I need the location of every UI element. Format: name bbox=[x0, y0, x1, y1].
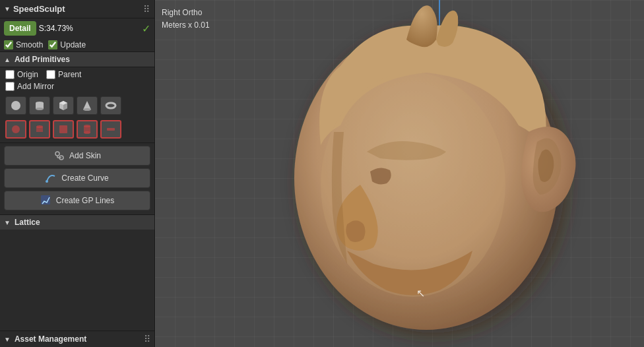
add-primitives-section[interactable]: ▲ Add Primitives bbox=[0, 51, 154, 67]
svg-point-16 bbox=[84, 131, 90, 134]
smooth-checkbox-label[interactable]: Smooth bbox=[4, 40, 43, 49]
asset-management-section[interactable]: ▼ Asset Management ⠿ bbox=[0, 331, 154, 347]
torus-button[interactable] bbox=[100, 96, 121, 115]
add-mirror-checkbox-label[interactable]: Add Mirror bbox=[5, 82, 54, 91]
svg-point-18 bbox=[55, 152, 59, 156]
add-skin-button[interactable]: Add Skin bbox=[4, 146, 150, 166]
shapes-row-bottom bbox=[0, 117, 154, 141]
cone-button[interactable] bbox=[77, 96, 98, 115]
update-label: Update bbox=[60, 40, 86, 49]
panel-title: SpeedSculpt bbox=[13, 4, 143, 14]
create-gp-lines-label: Create GP Lines bbox=[56, 196, 115, 205]
add-mirror-row: Add Mirror bbox=[0, 82, 154, 94]
origin-checkbox[interactable] bbox=[5, 70, 15, 79]
svg-rect-12 bbox=[36, 127, 43, 132]
metaball-plane-button[interactable] bbox=[100, 120, 121, 139]
create-curve-label: Create Curve bbox=[61, 174, 108, 183]
smooth-checkbox[interactable] bbox=[4, 40, 13, 49]
cylinder-button[interactable] bbox=[29, 96, 50, 115]
update-checkbox-label[interactable]: Update bbox=[48, 40, 86, 49]
lattice-section[interactable]: ▼ Lattice bbox=[0, 214, 154, 230]
create-curve-icon bbox=[46, 172, 57, 184]
sculpture-svg: ↖ bbox=[176, 0, 624, 347]
svg-point-0 bbox=[11, 101, 20, 110]
origin-checkbox-label[interactable]: Origin bbox=[5, 70, 38, 79]
smooth-label: Smooth bbox=[16, 40, 43, 49]
left-panel: ▼ SpeedSculpt ⠿ Detail S:34.73% ✓ Smooth… bbox=[0, 0, 155, 347]
panel-collapse-arrow[interactable]: ▼ bbox=[4, 5, 11, 13]
smooth-row: Smooth Update bbox=[0, 38, 154, 51]
metaball-cube-button[interactable] bbox=[53, 120, 74, 139]
detail-confirm-icon[interactable]: ✓ bbox=[142, 22, 150, 35]
metaball-button[interactable] bbox=[5, 120, 26, 139]
primitives-arrow: ▲ bbox=[4, 56, 11, 63]
panel-drag-dots: ⠿ bbox=[143, 4, 150, 15]
create-gp-icon bbox=[40, 195, 52, 206]
asset-mgmt-dots: ⠿ bbox=[144, 334, 150, 344]
sculpture-container: ↖ bbox=[155, 0, 644, 347]
svg-text:↖: ↖ bbox=[416, 288, 425, 299]
sphere-button[interactable] bbox=[5, 96, 26, 115]
lattice-arrow: ▼ bbox=[4, 219, 11, 226]
add-primitives-title: Add Primitives bbox=[15, 55, 70, 64]
detail-value: S:34.73% bbox=[39, 24, 73, 33]
svg-rect-17 bbox=[107, 128, 115, 131]
panel-header[interactable]: ▼ SpeedSculpt ⠿ bbox=[0, 0, 154, 18]
add-mirror-checkbox[interactable] bbox=[5, 82, 15, 91]
svg-point-22 bbox=[46, 180, 48, 183]
cube-button[interactable] bbox=[53, 96, 74, 115]
add-skin-label: Add Skin bbox=[69, 151, 101, 160]
parent-label: Parent bbox=[58, 70, 81, 79]
create-curve-button[interactable]: Create Curve bbox=[4, 168, 150, 188]
shapes-row-top bbox=[0, 94, 154, 117]
viewport[interactable]: Right Ortho Meters x 0.01 bbox=[155, 0, 644, 347]
metaball-cylinder-button[interactable] bbox=[29, 120, 50, 139]
parent-checkbox-label[interactable]: Parent bbox=[46, 70, 81, 79]
asset-mgmt-arrow: ▼ bbox=[4, 336, 11, 343]
parent-checkbox[interactable] bbox=[46, 70, 55, 79]
create-gp-lines-button[interactable]: Create GP Lines bbox=[4, 191, 150, 210]
detail-row: Detail S:34.73% ✓ bbox=[0, 18, 154, 38]
svg-point-25 bbox=[321, 73, 505, 297]
lattice-title: Lattice bbox=[15, 218, 40, 227]
origin-label: Origin bbox=[17, 70, 38, 79]
svg-point-3 bbox=[36, 108, 44, 110]
svg-rect-13 bbox=[59, 125, 67, 133]
update-checkbox[interactable] bbox=[48, 40, 57, 49]
detail-button[interactable]: Detail bbox=[4, 21, 36, 36]
origin-parent-row: Origin Parent bbox=[0, 67, 154, 82]
add-skin-icon bbox=[53, 150, 65, 162]
svg-point-10 bbox=[12, 125, 20, 133]
asset-management-title: Asset Management bbox=[15, 334, 86, 344]
svg-point-8 bbox=[83, 108, 91, 111]
add-mirror-label: Add Mirror bbox=[17, 82, 54, 91]
metaball-capsule-button[interactable] bbox=[77, 120, 98, 139]
svg-point-9 bbox=[106, 103, 115, 108]
